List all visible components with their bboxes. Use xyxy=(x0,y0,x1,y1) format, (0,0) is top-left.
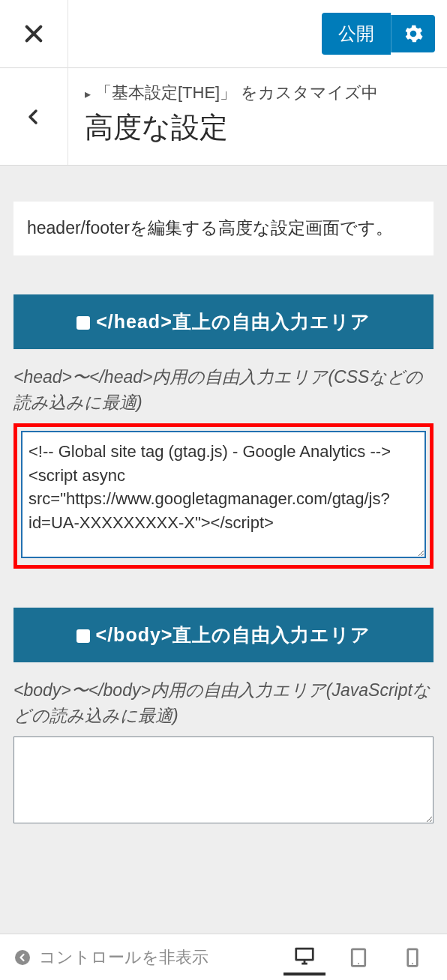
section-head-header[interactable]: </head>直上の自由入力エリア xyxy=(14,294,434,349)
section-head-header-label: </head>直上の自由入力エリア xyxy=(96,311,370,332)
breadcrumb-text: 「基本設定[THE]」 をカスタマイズ中 xyxy=(95,83,378,102)
desktop-icon xyxy=(293,945,316,967)
square-marker-icon xyxy=(76,629,90,643)
page-title: 高度な設定 xyxy=(85,109,434,147)
body-free-input[interactable] xyxy=(14,736,434,823)
svg-point-2 xyxy=(358,963,359,964)
gear-icon xyxy=(404,24,423,43)
svg-point-0 xyxy=(15,950,30,965)
section-head-description: <head>〜</head>内用の自由入力エリア(CSSなどの読み込みに最適) xyxy=(14,364,434,416)
description-box: header/footerを編集する高度な設定画面です。 xyxy=(14,202,434,255)
section-body-textarea-wrap xyxy=(14,736,434,826)
collapse-controls-button[interactable]: コントロールを非表示 xyxy=(14,946,208,969)
caret-right-icon: ▸ xyxy=(85,88,91,100)
settings-button[interactable] xyxy=(391,15,435,52)
breadcrumb: ▸「基本設定[THE]」 をカスタマイズ中 xyxy=(85,82,434,104)
footerbar: コントロールを非表示 xyxy=(0,934,447,980)
section-head-textarea-wrap: <!-- Global site tag (gtag.js) - Google … xyxy=(14,423,434,569)
device-desktop-button[interactable] xyxy=(284,940,326,976)
close-icon xyxy=(23,23,44,44)
head-free-input[interactable]: <!-- Global site tag (gtag.js) - Google … xyxy=(22,432,425,557)
section-body: </body>直上の自由入力エリア <body>〜</body>内用の自由入力エ… xyxy=(14,608,434,826)
publish-button[interactable]: 公開 xyxy=(322,13,391,55)
collapse-controls-label: コントロールを非表示 xyxy=(39,946,208,969)
device-mobile-button[interactable] xyxy=(392,940,434,976)
chevron-left-circle-icon xyxy=(14,949,32,967)
section-body-header[interactable]: </body>直上の自由入力エリア xyxy=(14,608,434,662)
topbar-right: 公開 xyxy=(322,13,435,55)
svg-point-4 xyxy=(412,963,413,964)
back-button[interactable] xyxy=(0,68,68,165)
section-body-description: <body>〜</body>内用の自由入力エリア(JavaScriptなどの読み… xyxy=(14,677,434,729)
topbar: 公開 xyxy=(0,0,447,68)
device-tablet-button[interactable] xyxy=(338,940,380,976)
section-head: </head>直上の自由入力エリア <head>〜</head>内用の自由入力エ… xyxy=(14,294,434,569)
square-marker-icon xyxy=(76,316,90,330)
mobile-icon xyxy=(401,946,424,969)
titlebar: ▸「基本設定[THE]」 をカスタマイズ中 高度な設定 xyxy=(0,68,447,166)
section-body-header-label: </body>直上の自由入力エリア xyxy=(96,624,371,645)
chevron-left-icon xyxy=(25,108,43,126)
close-button[interactable] xyxy=(0,0,68,68)
title-headings: ▸「基本設定[THE]」 をカスタマイズ中 高度な設定 xyxy=(68,68,447,165)
tablet-icon xyxy=(347,946,370,969)
body-area: header/footerを編集する高度な設定画面です。 </head>直上の自… xyxy=(0,166,447,934)
